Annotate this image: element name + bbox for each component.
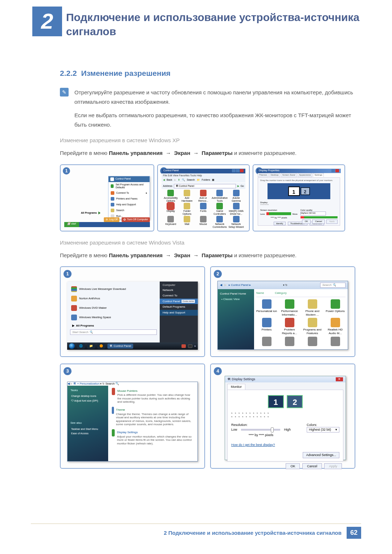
sidebar-item: Taskbar and Start Menu xyxy=(70,427,105,431)
menu-item: Help and Support xyxy=(116,203,136,206)
screen-resolution-label: Screen resolution xyxy=(260,209,298,212)
high-label: High xyxy=(284,428,291,432)
xp-instruction: Перейдите в меню Панель управления → Экр… xyxy=(60,148,356,158)
menu-item: Set Program Access and Defaults xyxy=(115,183,147,189)
menu-item: Windows Meeting Space xyxy=(79,316,111,319)
maximize-icon xyxy=(236,169,240,172)
help-icon xyxy=(111,203,114,206)
forward-icon: ▶ xyxy=(224,283,226,287)
vista-path-3: Параметры xyxy=(202,252,233,258)
item-desc: Change the theme. Themes can change a wi… xyxy=(116,413,194,426)
phone-modem-icon xyxy=(308,299,317,309)
back-icon: ◀ xyxy=(220,283,222,287)
resolution-value: **** by **** pixels xyxy=(260,217,298,219)
minimize-icon xyxy=(232,169,236,172)
sidebar-header: Control Panel Home xyxy=(220,292,252,296)
adobe-gamma-icon xyxy=(233,190,240,196)
low-label: Low xyxy=(231,428,237,432)
vista-subheading: Изменение разрешения в системе Windows V… xyxy=(60,239,356,246)
display-settings-icon xyxy=(112,429,115,436)
search-box: Search 🔍 xyxy=(106,382,119,385)
dialog-title: Display Settings xyxy=(232,377,256,381)
badge-3: 3 xyxy=(64,367,72,375)
item-heading: Mouse Pointers xyxy=(117,389,194,393)
vista-instr-pre: Перейдите в меню xyxy=(60,252,109,258)
add-remove-icon xyxy=(200,190,207,196)
xp-instr-pre: Перейдите в меню xyxy=(60,150,109,156)
printers-icon xyxy=(111,197,114,201)
vista-screenshot-1: 1 Windows Live Messenger Download Norton… xyxy=(60,266,205,357)
sidebar-item: Ease of Access xyxy=(70,431,105,436)
ie-icon: 🌐 xyxy=(79,344,83,348)
control-panel-icon: 🛠 xyxy=(110,344,113,348)
intel-gma-icon xyxy=(233,203,240,209)
taskbar-button: Control Panel xyxy=(114,344,131,348)
keyboard-icon xyxy=(167,216,174,222)
control-panel-grid: Personalizat ion Performance Informatio.… xyxy=(256,299,346,346)
resolution-label: Resolution: xyxy=(231,423,291,427)
sidebar-item: Change desktop icons xyxy=(70,394,105,398)
network-wizard-icon xyxy=(233,216,240,222)
monitor-1: 1 xyxy=(268,395,284,408)
power-button-icon xyxy=(181,344,186,348)
forward-icon: ▶ xyxy=(70,382,73,385)
admin-tools-icon xyxy=(216,190,223,196)
item-desc: Pick a different mouse pointer. You can … xyxy=(117,393,194,404)
up-icon: ⬆ xyxy=(178,178,180,181)
vista-screenshot-3: 3 ◀ ▶ 🛠 « Personalization ▾ ↻ Search 🔍 T… xyxy=(60,364,205,469)
mouse-pointers-icon xyxy=(112,388,115,395)
toolbar: ◀Back ▶ ⬆ 🔍Search 📁Folders ▦ xyxy=(162,177,245,182)
identify-button: Identify xyxy=(274,222,286,225)
monitor-1: 1 xyxy=(289,187,299,195)
apply-button: Apply xyxy=(324,463,342,469)
search-icon xyxy=(111,209,114,212)
xp-screenshot-2: 2 Control Panel File Edit View Favorites… xyxy=(157,164,250,231)
xp-screenshots-row: 1 Control Panel Set Program Access and D… xyxy=(60,164,356,231)
power-icon: ⏻ xyxy=(123,218,126,221)
sidebar-item: • Classic View xyxy=(220,297,252,302)
mail-icon xyxy=(184,216,190,222)
sidebar-item: 🛡 Adjust font size (DPI) xyxy=(70,399,105,403)
monitor-2: 2 xyxy=(287,395,303,408)
tabs: Themes Desktop Screen Saver Appearance S… xyxy=(258,173,340,177)
resolution-slider xyxy=(241,429,281,431)
control-panel-grid: Accessibility Options Add Hardware Add o… xyxy=(163,190,244,226)
section-number: 2.2.2 xyxy=(60,69,77,77)
monitor-layout: 1 2 xyxy=(268,183,330,199)
ok-button: OK xyxy=(302,219,311,223)
badge-1: 1 xyxy=(64,270,72,278)
menu-item: Printers and Faxes xyxy=(116,197,138,200)
badge-2: 2 xyxy=(214,270,222,278)
cancel-button: Cancel xyxy=(302,463,322,469)
help-icon xyxy=(331,169,335,172)
display-icon xyxy=(167,203,174,209)
xp-instr-post: и измените разрешение. xyxy=(234,150,297,156)
views-icon: ▦ xyxy=(212,178,215,181)
network-conn-icon xyxy=(216,216,223,222)
resolution-slider xyxy=(266,212,291,215)
meeting-space-icon xyxy=(71,315,77,320)
item-desc: Adjust your monitor resolution, which ch… xyxy=(117,435,194,446)
vista-row-2: 3 ◀ ▶ 🛠 « Personalization ▾ ↻ Search 🔍 T… xyxy=(60,364,356,469)
control-panel-icon xyxy=(110,177,114,181)
taskbar: 🌐 📁 🟠 🛠Control Panel ▸ xyxy=(67,342,198,350)
game-controllers-icon xyxy=(216,203,223,209)
display-desc: * * * * * * * * * * * * * * * * * * * * … xyxy=(231,412,339,420)
vista-screenshot-4: 4 🛠 Display Settings✕ Monitor 1 2 * * * … xyxy=(210,364,355,469)
xp-path-2: Экран xyxy=(174,150,190,156)
arrow-icon: → xyxy=(192,252,200,258)
arrow-icon: → xyxy=(192,150,200,156)
generic-icon xyxy=(331,337,340,346)
xp-screenshot-1: 1 Control Panel Set Program Access and D… xyxy=(60,164,154,231)
item-heading: Display Settings xyxy=(117,431,194,434)
xp-path-1: Панель управления xyxy=(109,150,163,156)
close-icon: ✕ xyxy=(336,377,343,381)
lock-button-icon xyxy=(188,344,192,348)
generic-icon xyxy=(285,337,294,346)
explorer-icon: 📁 xyxy=(89,344,93,348)
color-quality-label: Color quality xyxy=(301,209,338,212)
search-icon: 🔍 xyxy=(182,178,185,181)
folder-options-icon xyxy=(184,203,190,209)
address-bar: Address 🛠 Control Panel ▶Go xyxy=(162,183,245,189)
folders-icon: 📁 xyxy=(197,178,200,181)
